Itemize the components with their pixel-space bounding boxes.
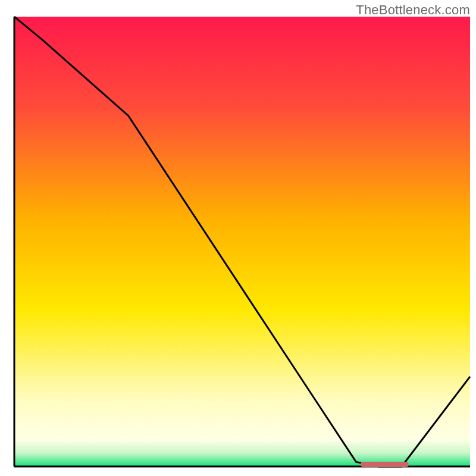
gradient-background xyxy=(14,17,470,466)
bottleneck-chart xyxy=(0,0,476,476)
optimal-zone-marker xyxy=(361,462,408,467)
watermark-text: TheBottleneck.com xyxy=(356,2,470,18)
chart-container: TheBottleneck.com xyxy=(0,0,476,476)
